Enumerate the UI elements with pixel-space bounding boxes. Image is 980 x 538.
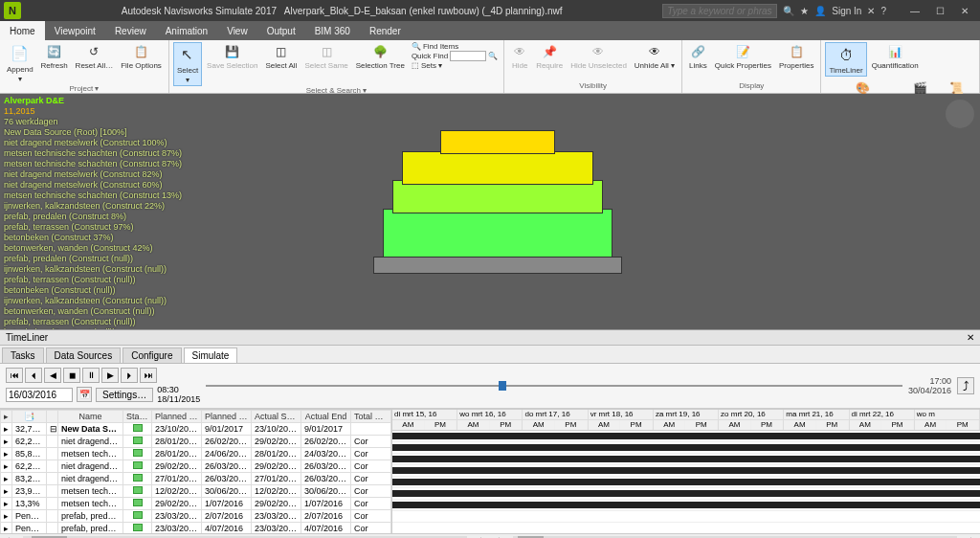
quick-find-go-icon[interactable]: 🔍 [488,52,498,60]
overlay-date: 11,2015 [4,106,182,117]
menu-tab-animation[interactable]: Animation [156,21,217,40]
save-selection-button[interactable]: 💾Save Selection [204,42,260,71]
maximize-button[interactable]: ☐ [928,3,951,18]
overlay-project-name: Alverpark D&E [4,96,182,106]
gantt-chart[interactable]: di mrt 15, 16AMPMwo mrt 16, 16AMPMdo mrt… [392,410,980,533]
search-glass-icon[interactable]: 🔍 [783,6,794,16]
timeliner-close-button[interactable]: ✕ [967,332,974,343]
signin-text[interactable]: Sign In [832,6,861,16]
quantification-button[interactable]: 📊Quantification [869,42,922,71]
tl-tab-data-sources[interactable]: Data Sources [46,347,122,363]
table-row[interactable]: ▸83,23%niet dragend metselwerk27/01/2016… [1,473,391,485]
sets-button[interactable]: ⬚Sets ▾ [410,61,500,70]
star-icon[interactable]: ★ [800,6,809,16]
viewport-3d[interactable]: Alverpark D&E 11,2015 76 werkdagenNew Da… [0,94,980,329]
col-header[interactable]: ▸ [1,411,12,423]
col-header[interactable]: Planned End [202,411,252,423]
menu-tab-render[interactable]: Render [360,21,411,40]
menu-tab-output[interactable]: Output [257,21,305,40]
require-button[interactable]: 📌Require [533,42,566,71]
save-icon: 💾 [224,43,241,60]
quick-properties-button[interactable]: 📝Quick Properties [712,42,774,71]
play-button[interactable]: ▶ [101,368,119,383]
fwd-end-button[interactable]: ⏭ [140,368,157,383]
settings-button[interactable]: Settings… [96,388,153,402]
help-icon[interactable]: ? [880,6,886,16]
overlay-line: niet dragend metselwerk (Construct 82%) [4,169,182,180]
step-fwd-button[interactable]: ⏵ [121,368,138,383]
step-back-button[interactable]: ⏴ [25,368,42,383]
window-title: Autodesk Navisworks Simulate 2017 Alverp… [21,6,662,16]
table-row[interactable]: ▸23,97%metsen technische schachten12/02/… [1,485,391,498]
viewcube-icon[interactable] [946,100,974,128]
close-window-button[interactable]: ✕ [953,3,976,18]
table-row[interactable]: ▸13,3%metsen technische schachten29/02/2… [1,498,391,510]
menu-tab-review[interactable]: Review [105,21,156,40]
menu-tab-bim-360[interactable]: BIM 360 [305,21,360,40]
menu-tab-viewpoint[interactable]: Viewpoint [45,21,105,40]
col-header[interactable]: Status [123,411,152,423]
select-same-button[interactable]: ◫Select Same [301,42,350,71]
rewind-start-button[interactable]: ⏮ [6,368,23,383]
sim-slider[interactable] [206,379,902,392]
select-all-button[interactable]: ◫Select All [262,42,300,71]
properties-button[interactable]: 📋Properties [776,42,816,71]
col-header[interactable]: 📑 [12,411,47,423]
tl-tab-configure[interactable]: Configure [122,347,181,363]
h-scrollbar[interactable]: ◀ ▶ ◀ ▶ [0,533,980,538]
table-row[interactable]: ▸62,24%niet dragend metselwerk28/01/2016… [1,436,391,448]
table-row[interactable]: ▸32,72%⊟New Data Source (Root)23/10/2015… [1,423,391,436]
file-options-button[interactable]: 📋File Options [118,42,165,71]
table-row[interactable]: ▸Pendingprefab, predalen23/03/20164/07/2… [1,523,391,534]
col-header[interactable]: Planned Start [152,411,202,423]
select-button[interactable]: ↖Select▾ [173,42,202,86]
col-header[interactable]: Actual End [301,411,351,423]
col-header[interactable]: Actual Start [252,411,301,423]
links-button[interactable]: 🔗Links [686,42,710,71]
sim-date-input[interactable] [6,388,73,402]
table-row[interactable]: ▸62,24%niet dragend metselwerk29/02/2016… [1,460,391,473]
overlay-line: betonwerken, wanden (Construct 42%) [4,243,182,254]
hide-button[interactable]: 👁Hide [508,42,531,71]
col-header[interactable]: Name [58,411,123,423]
status-badge [123,523,152,534]
sets-icon: ⬚ [412,61,419,70]
timeliner-button[interactable]: ⏱TimeLiner [825,42,866,77]
gantt-day-header: wo mAMPM [915,410,980,430]
quick-find-input[interactable] [450,51,486,61]
unhide-all-button[interactable]: 👁Unhide All ▾ [632,42,678,71]
user-icon[interactable]: 👤 [814,6,826,16]
export-anim-button[interactable]: ⤴ [957,377,974,394]
append-button[interactable]: 📄Append▾ [4,42,36,84]
tl-tab-simulate[interactable]: Simulate [184,347,238,363]
hide-icon: 👁 [511,43,528,60]
col-header[interactable]: Total Cost [351,411,391,423]
status-badge [123,448,152,460]
status-badge [123,473,152,485]
task-table[interactable]: ▸📑NameStatusPlanned StartPlanned EndActu… [0,410,392,533]
pause-button[interactable]: ⏸ [82,368,100,383]
table-row[interactable]: ▸85,89%metsen technische schachten28/01/… [1,448,391,460]
overlay-line: niet dragend metselwerk (Construct 100%) [4,138,182,148]
refresh-button[interactable]: 🔄Refresh [38,42,71,71]
hide-unselected-button[interactable]: 👁Hide Unselected [568,42,630,71]
keyword-search-input[interactable] [662,4,777,18]
minimize-button[interactable]: — [903,3,926,18]
reset-all-button[interactable]: ↺Reset All… [73,42,117,71]
menu-tab-view[interactable]: View [217,21,257,40]
calendar-button[interactable]: 📅 [77,387,92,402]
tl-tab-tasks[interactable]: Tasks [2,347,44,363]
stop-button[interactable]: ◼ [63,368,80,383]
quick-find-row: Quick Find🔍 [410,51,500,61]
gantt-row [392,488,980,500]
reverse-play-button[interactable]: ◀ [44,368,61,383]
status-badge [123,460,152,473]
menu-tab-home[interactable]: Home [0,21,45,40]
exchange-icon[interactable]: ✕ [867,6,875,16]
table-row[interactable]: ▸Pendingprefab, predalen23/03/20162/07/2… [1,510,391,523]
col-header[interactable] [47,411,58,423]
overlay-line: prefab, terrassen (Construct (null)) [4,317,182,327]
sim-end-date-label: 30/04/2016 [908,386,951,395]
selection-tree-button[interactable]: 🌳Selection Tree [353,42,408,71]
find-items-button[interactable]: 🔍Find Items [410,42,500,51]
